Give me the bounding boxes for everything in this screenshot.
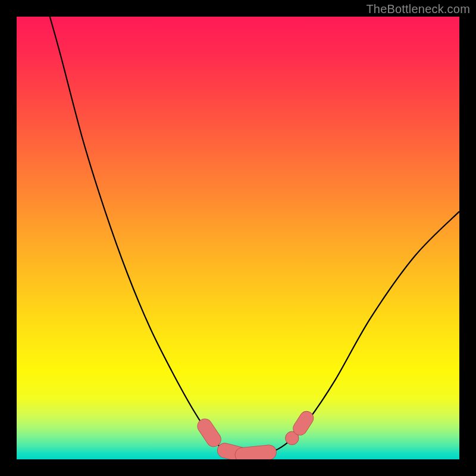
plot-area [17,17,459,459]
marker-group [205,418,306,455]
bottleneck-curve [50,17,459,455]
chart-frame: TheBottleneck.com [0,0,476,476]
curve-marker-capsule [242,452,269,455]
curve-marker-capsule [205,426,214,439]
bottleneck-curve-svg [17,17,459,459]
watermark-text: TheBottleneck.com [366,2,470,16]
curve-marker-capsule [300,418,306,428]
